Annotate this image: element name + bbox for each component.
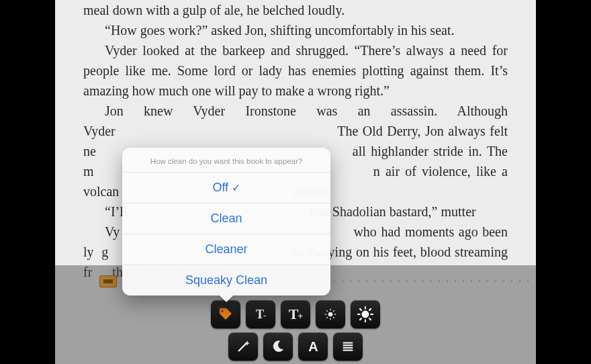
svg-line-9 (333, 310, 334, 312)
brightness-increase-button[interactable] (351, 300, 380, 328)
brightness-up-icon (357, 306, 374, 323)
text-size-decrease-button[interactable]: T- (246, 300, 275, 328)
line-spacing-button[interactable] (333, 332, 363, 361)
text-size-increase-button[interactable]: T+ (281, 300, 310, 328)
toolbar-row-1: T- T+ (211, 300, 380, 328)
popover-title: How clean do you want this book to appea… (122, 148, 330, 172)
brightness-decrease-button[interactable] (316, 300, 345, 328)
auto-adjust-button[interactable] (228, 332, 258, 361)
lines-icon (340, 339, 355, 354)
text-larger-icon: T+ (289, 306, 303, 323)
svg-point-0 (221, 310, 223, 312)
brightness-down-icon (324, 308, 337, 321)
svg-line-17 (359, 318, 361, 320)
svg-point-1 (328, 312, 333, 317)
svg-line-7 (333, 317, 334, 318)
popover-option-squeaky-clean[interactable]: Squeaky Clean (122, 265, 330, 295)
popover-option-clean[interactable]: Clean (122, 203, 330, 234)
paragraph: Vyder looked at the barkeep and shrugged… (83, 40, 508, 101)
svg-line-19 (238, 343, 247, 351)
svg-line-15 (359, 308, 361, 310)
night-mode-button[interactable] (263, 332, 293, 361)
font-icon: A (308, 339, 317, 355)
tag-icon (218, 306, 234, 322)
paragraph: meal down with a gulp of ale, he belched… (83, 0, 508, 20)
page-position-indicator[interactable] (99, 275, 117, 287)
paragraph: “How goes work?” asked Jon, shifting unc… (83, 20, 508, 40)
svg-line-8 (326, 317, 328, 318)
svg-line-18 (369, 308, 371, 310)
clean-filter-popover: How clean do you want this book to appea… (122, 148, 330, 295)
moon-icon (271, 339, 285, 354)
svg-line-6 (326, 310, 328, 312)
svg-line-16 (369, 318, 371, 320)
toolbar-row-2: A (228, 332, 363, 361)
magic-wand-icon (235, 338, 251, 355)
svg-point-10 (362, 311, 369, 318)
popover-option-off[interactable]: Off (122, 172, 330, 203)
font-button[interactable]: A (298, 332, 328, 361)
clean-filter-button[interactable] (211, 300, 240, 328)
popover-option-cleaner[interactable]: Cleaner (122, 234, 330, 265)
reader-toolbar: T- T+ (211, 300, 380, 361)
text-smaller-icon: T- (256, 308, 265, 322)
